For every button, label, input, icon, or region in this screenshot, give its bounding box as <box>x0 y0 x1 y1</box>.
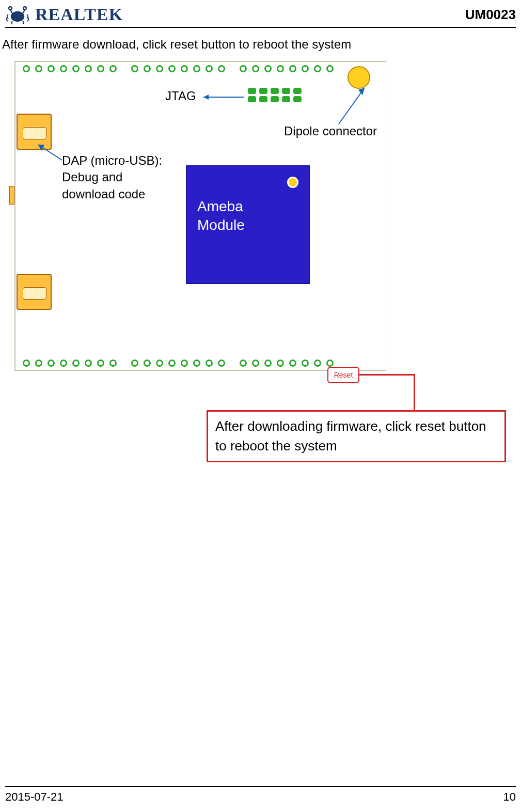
page-footer: 2015-07-21 10 <box>5 786 516 804</box>
footer-page: 10 <box>503 790 516 804</box>
dipole-connector <box>348 66 370 89</box>
board-figure: Ameba Module JTAG Dipole connector DAP (… <box>10 61 506 474</box>
svg-marker-6 <box>358 88 365 95</box>
ameba-module: Ameba Module <box>186 165 310 284</box>
brand-text: REALTEK <box>35 5 123 24</box>
jtag-arrow-icon <box>197 91 247 103</box>
svg-marker-4 <box>203 95 209 100</box>
realtek-crab-icon <box>5 4 30 25</box>
dipole-label: Dipole connector <box>284 124 377 138</box>
top-pin-row <box>23 65 345 72</box>
svg-point-2 <box>11 12 24 21</box>
board-outline: Ameba Module JTAG Dipole connector DAP (… <box>14 61 386 371</box>
svg-line-5 <box>339 88 365 124</box>
footer-date: 2015-07-21 <box>5 790 64 804</box>
reset-connector-line <box>358 374 415 413</box>
intro-text: After firmware download, click reset but… <box>2 37 521 52</box>
doc-id: UM0023 <box>465 7 516 23</box>
logo-group: REALTEK <box>5 4 123 25</box>
svg-point-1 <box>23 7 26 10</box>
jtag-header-pins <box>248 88 302 102</box>
jtag-label: JTAG <box>165 89 196 103</box>
page-header: REALTEK UM0023 <box>5 0 516 28</box>
usb-connector-2 <box>17 274 52 310</box>
dap-micro-usb <box>17 114 52 150</box>
module-dot-icon <box>287 177 298 188</box>
svg-point-0 <box>9 7 12 10</box>
reset-callout: After downloading firmware, click reset … <box>207 410 506 462</box>
side-tab <box>9 186 14 205</box>
bottom-pin-row <box>23 360 345 367</box>
reset-button[interactable]: Reset <box>327 367 359 383</box>
dap-label: DAP (micro-USB): Debug and download code <box>62 152 162 202</box>
module-label: Ameba Module <box>197 198 245 233</box>
